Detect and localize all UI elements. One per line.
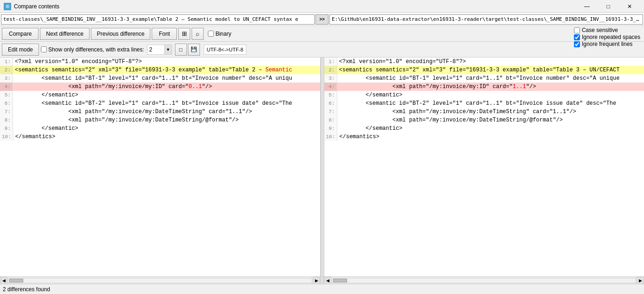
line-number: 4: [324,83,337,91]
font-button[interactable]: Font [152,28,177,40]
table-row: 10: </semantics> [324,133,644,141]
table-row: 1: <?xml version="1.0" encoding="UTF-8"?… [0,58,320,66]
line-content: <semantic id="BT-1" level="1" card="1..1… [13,74,294,83]
line-number: 1: [324,58,337,66]
toolbar-row-1: Compare Next difference Previous differe… [0,26,644,42]
ignore-frequent-lines-label[interactable]: Ignore frequent lines [574,41,640,47]
right-scroll-track[interactable] [332,278,636,283]
line-number: 8: [324,116,337,124]
toolbar-row-2: Edit mode Show only differences, with ex… [0,42,644,58]
title-bar: ⊞ Compare contents — □ ✕ [0,0,644,13]
show-only-diffs-label[interactable]: Show only differences, with extra lines: [41,46,144,53]
binary-checkbox[interactable] [208,31,214,37]
extra-lines-dropdown-arrow[interactable]: ▼ [164,45,172,54]
table-row: 7: <xml path="/my:invoice/my:DateTimeStr… [0,108,320,116]
left-path-input[interactable] [1,14,315,25]
next-difference-button[interactable]: Next difference [40,28,90,40]
edit-mode-button[interactable]: Edit mode [2,44,39,56]
line-content: <semantic id="BT-1" level="1" card="1..1… [337,74,622,83]
line-content: <?xml version="1.0" encoding="UTF-8"?> [13,58,144,66]
line-number: 6: [0,99,13,108]
table-row: 7: <xml path="/my:invoice/my:DateTimeStr… [324,108,644,116]
line-number: 8: [0,116,13,124]
title-bar-buttons: — □ ✕ [576,0,640,13]
minimize-button[interactable]: — [576,0,598,13]
left-scrollbar: ◀ ▶ [0,277,320,284]
maximize-button[interactable]: □ [598,0,619,13]
left-pane[interactable]: 1: <?xml version="1.0" encoding="UTF-8"?… [0,58,321,276]
table-row: 9: </semantic> [324,124,644,133]
line-number: 1: [0,58,13,66]
line-content: <xml path="/my:invoice/my:DateTimeString… [337,116,565,124]
table-row: 3: <semantic id="BT-1" level="1" card="1… [0,74,320,83]
table-row: 10: </semantics> [0,133,320,141]
app-window: ⊞ Compare contents — □ ✕ >> Compare Next… [0,0,644,294]
line-number: 3: [0,74,13,83]
line-content: <xml path="/my:invoice/my:DateTimeString… [337,108,578,116]
line-number: 9: [324,124,337,133]
line-number: 7: [0,108,13,116]
show-only-diffs-checkbox[interactable] [41,46,47,52]
table-row: 1: <?xml version="1.0" encoding="UTF-8"?… [324,58,644,66]
line-number: 2: [0,66,13,74]
app-icon: ⊞ [4,3,11,10]
line-content: <semantic id="BT-2" level="1" card="1..1… [13,99,294,108]
ignore-frequent-lines-text: Ignore frequent lines [582,41,632,47]
compare-button[interactable]: Compare [2,28,39,40]
left-scroll-thumb[interactable] [9,279,23,282]
previous-difference-button[interactable]: Previous difference [91,28,151,40]
right-pane[interactable]: 1: <?xml version="1.0" encoding="UTF-8"?… [324,58,644,276]
extra-lines-control: ▼ [147,45,172,55]
table-row: 4: <xml path="/my:invoice/my:ID" card="1… [324,83,644,91]
line-number: 6: [324,99,337,108]
line-content: <semantics semantics="2" xml="3" file="1… [13,66,294,74]
case-sensitive-text: Case sensitive [582,27,618,33]
line-content: <xml path="/my:invoice/my:ID" card="0..1… [13,83,214,91]
ignore-repeated-spaces-checkbox[interactable] [574,34,580,40]
extra-lines-input[interactable] [148,45,164,54]
icon-button-2[interactable]: ⌕ [192,28,204,40]
table-row: 8: <xml path="/my:invoice/my:DateTimeStr… [324,116,644,124]
pane-divider[interactable] [321,58,324,276]
table-row: 6: <semantic id="BT-2" level="1" card="1… [0,99,320,108]
scroll-right-arrow-left-pane[interactable]: ▶ [313,277,320,284]
binary-label: Binary [215,31,231,37]
line-number: 5: [0,91,13,99]
icon-button-1[interactable]: ⊞ [178,28,190,40]
line-content: <xml path="/my:invoice/my:DateTimeString… [13,116,240,124]
table-row: 8: <xml path="/my:invoice/my:DateTimeStr… [0,116,320,124]
left-scroll-track[interactable] [8,278,312,283]
scroll-left-arrow-right-pane[interactable]: ◀ [324,277,331,284]
encoding-display: UTF-8<->UTF-8 [204,45,247,55]
case-sensitive-checkbox[interactable] [574,27,580,33]
scrollbar-area: ◀ ▶ ◀ ▶ [0,276,644,284]
save-icon-button[interactable]: 💾 [188,44,200,56]
close-button[interactable]: ✕ [619,0,640,13]
table-row: 2: <semantics semantics="2" xml="3" file… [0,66,320,74]
case-sensitive-label[interactable]: Case sensitive [574,27,640,33]
path-bar: >> [0,13,644,26]
binary-checkbox-label[interactable]: Binary [208,31,231,37]
title-bar-left: ⊞ Compare contents [4,3,59,10]
scroll-left-arrow[interactable]: ◀ [0,277,7,284]
right-scroll-thumb[interactable] [333,279,347,282]
line-content: <xml path="/my:invoice/my:ID" card="1..1… [337,83,538,91]
right-path-input[interactable] [329,14,643,25]
ignore-frequent-lines-checkbox[interactable] [574,41,580,47]
scroll-right-arrow-right-pane[interactable]: ▶ [637,277,644,284]
left-path-arrow-button[interactable]: >> [316,14,328,25]
line-number: 4: [0,83,13,91]
status-text: 2 differences found [3,286,50,293]
line-content: </semantic> [337,124,405,133]
ignore-repeated-spaces-label[interactable]: Ignore repeated spaces [574,34,640,40]
table-row: 5: </semantic> [0,91,320,99]
line-number: 2: [324,66,337,74]
line-content: </semantics> [13,133,57,141]
line-content: <?xml version="1.0" encoding="UTF-8"?> [337,58,468,66]
copy-icon-button[interactable]: □ [175,44,187,56]
options-panel: Case sensitive Ignore repeated spaces Ig… [574,27,640,47]
table-row: 3: <semantic id="BT-1" level="1" card="1… [324,74,644,83]
line-content: </semantic> [13,124,80,133]
line-content: </semantic> [337,91,405,99]
scrollbar-divider [320,277,324,284]
